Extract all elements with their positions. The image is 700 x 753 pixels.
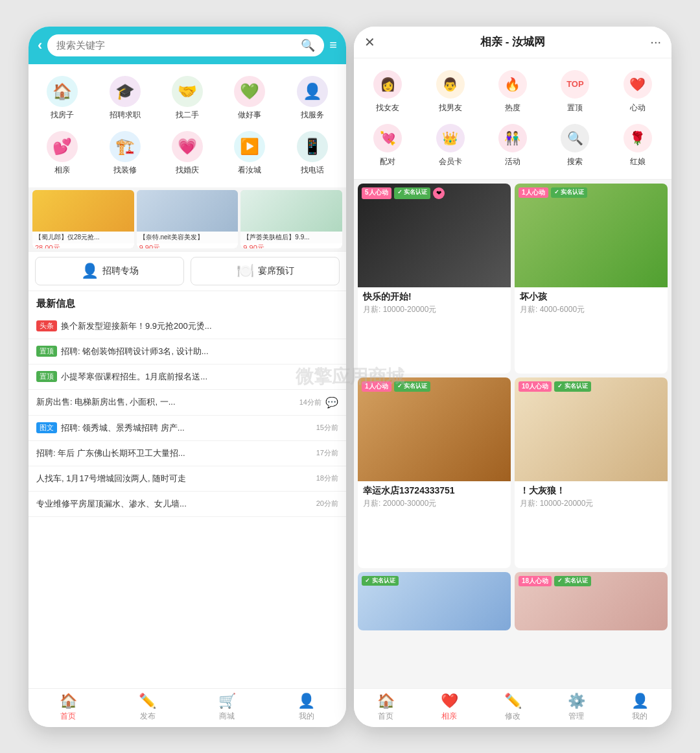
hearts-badge-2: 1人心动	[362, 381, 391, 392]
mine-icon: 👤	[298, 693, 315, 710]
r-home-icon: 🏠	[377, 693, 395, 710]
news-item-1[interactable]: 置顶 招聘: 铭创装饰招聘设计师3名, 设计助...	[29, 339, 346, 365]
news-item-7[interactable]: 专业维修平房屋顶漏水、渗水、女儿墙... 20分前	[29, 492, 346, 517]
card-badges-0: 5人心动 ✓ 实名认证 ❤	[362, 187, 445, 199]
r-cat-search[interactable]: 🔍 搜索	[544, 119, 606, 173]
right-header: ✕ 相亲 - 汝城网 ···	[354, 27, 671, 58]
r-nav-mine[interactable]: 👤 我的	[608, 693, 671, 722]
card-img-3: 10人心动 ✓ 实名认证	[515, 377, 668, 481]
card-salary-3: 月薪: 10000-20000元	[520, 498, 662, 509]
banner-1-title: 【奈特.neit美容美发】	[137, 232, 239, 243]
cat-wedding-label: 找婚庆	[176, 165, 199, 176]
news-time-3: 14分前	[299, 398, 321, 407]
card-badges-5: 18人心动 ✓ 实名认证	[519, 576, 591, 586]
left-bottom-nav: 🏠 首页 ✏️ 发布 🛒 商城 👤 我的	[29, 688, 346, 727]
profile-card-1[interactable]: 1人心动 ✓ 实名认证 坏小孩 月薪: 4000-6000元	[515, 184, 668, 374]
news-tag-4: 图文	[36, 422, 57, 433]
card-img-1: 1人心动 ✓ 实名认证	[515, 184, 668, 287]
card-salary-1: 月薪: 4000-6000元	[520, 304, 662, 315]
banquet-button[interactable]: 🍽️ 宴席预订	[191, 257, 340, 285]
card-img-5: 18人心动 ✓ 实名认证	[515, 572, 668, 630]
more-button[interactable]: ···	[650, 34, 661, 49]
r-search-icon: 🔍	[567, 130, 583, 146]
category-grid-top: 🏠 找房子 🎓 招聘求职 🤝 找二手 💚 做好事 👤 找服务 💕 相亲	[29, 64, 346, 187]
cat-wedding[interactable]: 💗 找婚庆	[156, 126, 218, 181]
profile-card-2[interactable]: 1人心动 ✓ 实名认证 幸运水店13724333751 月薪: 20000-30…	[358, 377, 511, 568]
r-nav-matchmaking[interactable]: ❤️ 相亲	[417, 693, 481, 722]
left-nav-publish[interactable]: ✏️ 发布	[108, 693, 188, 722]
news-item-4[interactable]: 图文 招聘: 领秀城、景秀城招聘 房产... 15分前	[29, 416, 346, 441]
cat-find-phone[interactable]: 📱 找电话	[281, 126, 344, 181]
news-item-6[interactable]: 人找车, 1月17号增城回汝两人, 随时可走 18分前	[29, 466, 346, 492]
r-search-label: 搜索	[567, 156, 583, 167]
close-button[interactable]: ✕	[364, 34, 375, 50]
cat-renovation[interactable]: 🏗️ 找装修	[93, 126, 156, 181]
news-item-0[interactable]: 头条 换个新发型迎接新年！9.9元抢200元烫...	[29, 314, 346, 339]
cat-renovation-icon: 🏗️	[115, 137, 135, 156]
card-img-0: 5人心动 ✓ 实名认证 ❤	[358, 184, 511, 287]
news-text-1: 招聘: 铭创装饰招聘设计师3名, 设计助...	[61, 346, 338, 357]
r-cat-matchmaker[interactable]: 🌹 红娘	[607, 119, 669, 173]
verified-badge-4: ✓ 实名认证	[362, 576, 399, 586]
cat-secondhand[interactable]: 🤝 找二手	[156, 71, 218, 126]
profile-card-5[interactable]: 18人心动 ✓ 实名认证	[515, 572, 668, 630]
r-nav-manage-label: 管理	[568, 711, 584, 722]
r-cat-find-boyfriend[interactable]: 👨 找男友	[419, 65, 481, 119]
r-cat-heartbeat[interactable]: ❤️ 心动	[607, 65, 669, 119]
profile-card-grid: 5人心动 ✓ 实名认证 ❤ 快乐的开始! 月薪: 10000-20000元 1人…	[354, 180, 671, 688]
r-matchmaker-icon: 🌹	[629, 130, 646, 146]
r-nav-manage[interactable]: ⚙️ 管理	[544, 693, 608, 722]
cat-find-phone-icon: 📱	[303, 137, 322, 156]
news-text-4: 招聘: 领秀城、景秀城招聘 房产...	[61, 422, 312, 434]
r-nav-home[interactable]: 🏠 首页	[354, 693, 417, 722]
cat-dogood[interactable]: 💚 做好事	[218, 71, 281, 126]
banner-2[interactable]: 【芦荟美肤植后】9.9... 9.90元	[240, 190, 342, 248]
r-cat-hot[interactable]: 🔥 热度	[482, 65, 544, 119]
left-nav-mine[interactable]: 👤 我的	[267, 693, 347, 722]
r-nav-mine-label: 我的	[632, 711, 648, 722]
cat-secondhand-icon: 🤝	[178, 82, 197, 101]
cat-matchmaking[interactable]: 💕 相亲	[31, 126, 93, 181]
back-button[interactable]: ‹	[38, 37, 42, 54]
news-text-2: 小提琴寒假课程招生。1月底前报名送...	[61, 371, 338, 383]
r-cat-activity[interactable]: 👫 活动	[482, 119, 544, 173]
card-badges-2: 1人心动 ✓ 实名认证	[362, 381, 430, 392]
news-item-2[interactable]: 置顶 小提琴寒假课程招生。1月底前报名送...	[29, 365, 346, 390]
left-phone: ‹ 🔍 ≡ 🏠 找房子 🎓 招聘求职 🤝 找二手 💚 做好	[29, 27, 346, 727]
card-name-2: 幸运水店13724333751	[363, 485, 506, 497]
search-input[interactable]	[56, 40, 296, 51]
profile-card-0[interactable]: 5人心动 ✓ 实名认证 ❤ 快乐的开始! 月薪: 10000-20000元	[358, 184, 511, 374]
news-item-3[interactable]: 新房出售: 电梯新房出售, 小面积, 一... 14分前 💬	[29, 390, 346, 416]
cat-find-house[interactable]: 🏠 找房子	[31, 71, 93, 126]
cat-secondhand-label: 找二手	[176, 110, 199, 121]
left-nav-shop[interactable]: 🛒 商城	[187, 693, 267, 722]
search-icon[interactable]: 🔍	[301, 38, 315, 53]
recruit-button[interactable]: 👤 招聘专场	[35, 257, 184, 285]
cat-service-label: 找服务	[301, 110, 324, 121]
wechat-icon-3: 💬	[325, 396, 338, 409]
profile-card-3[interactable]: 10人心动 ✓ 实名认证 ！大灰狼！ 月薪: 10000-20000元	[515, 377, 668, 568]
profile-card-4[interactable]: ✓ 实名认证	[358, 572, 511, 630]
recruit-icon: 👤	[81, 263, 99, 280]
banner-0-title: 【蜀儿郎】仅28元抢...	[32, 232, 134, 243]
r-cat-match[interactable]: 💘 配对	[356, 119, 419, 173]
right-category-grid: 👩 找女友 👨 找男友 🔥 热度 TOP 置顶 ❤️ 心动 💘 配对	[354, 58, 671, 180]
cat-recruit[interactable]: 🎓 招聘求职	[93, 71, 156, 126]
cat-service[interactable]: 👤 找服务	[281, 71, 344, 126]
news-item-5[interactable]: 招聘: 年后 广东佛山长期环卫工大量招... 17分前	[29, 441, 346, 466]
r-cat-membership[interactable]: 👑 会员卡	[419, 119, 481, 173]
card-img-4: ✓ 实名认证	[358, 572, 511, 630]
card-info-0: 快乐的开始! 月薪: 10000-20000元	[358, 287, 511, 320]
r-nav-edit[interactable]: ✏️ 修改	[481, 693, 544, 722]
left-nav-home[interactable]: 🏠 首页	[29, 693, 108, 722]
banquet-icon: 🍽️	[237, 263, 254, 280]
r-cat-find-girlfriend[interactable]: 👩 找女友	[356, 65, 419, 119]
cat-watch-city[interactable]: ▶️ 看汝城	[218, 126, 281, 181]
list-icon[interactable]: ≡	[329, 38, 337, 53]
banner-1[interactable]: 【奈特.neit美容美发】 9.90元	[137, 190, 239, 248]
cat-recruit-icon: 🎓	[115, 82, 135, 101]
left-nav-mine-label: 我的	[299, 711, 314, 722]
r-cat-top[interactable]: TOP 置顶	[544, 65, 606, 119]
banner-0[interactable]: 【蜀儿郎】仅28元抢... 28.00元	[32, 190, 134, 248]
news-time-6: 18分前	[316, 473, 338, 483]
